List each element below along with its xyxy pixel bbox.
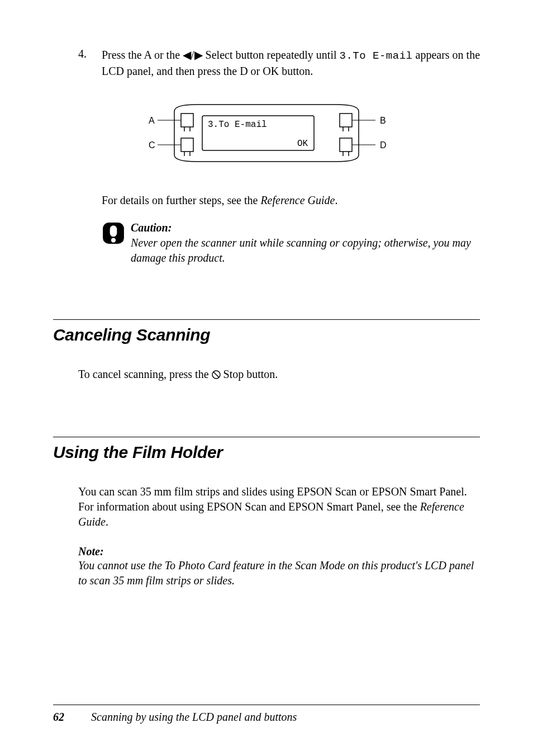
label-b: B xyxy=(380,116,386,125)
heading-using-film-holder: Using the Film Holder xyxy=(53,443,480,462)
heading-canceling-scanning: Canceling Scanning xyxy=(53,325,480,344)
page-footer: 62 Scanning by using the LCD panel and b… xyxy=(53,705,480,724)
reference-guide-link: Reference Guide xyxy=(260,194,335,206)
lcd-text-inline: 3.To E-mail xyxy=(340,50,413,62)
lcd-panel-diagram: 3.To E-mail OK A C B D xyxy=(141,100,392,173)
caution-text: Caution: Never open the scanner unit whi… xyxy=(131,220,480,266)
caution-icon xyxy=(102,221,125,245)
step-text-part1: Press the A or the xyxy=(102,49,183,61)
note-body: You cannot use the To Photo Card feature… xyxy=(78,558,480,588)
label-a: A xyxy=(149,116,155,125)
svg-point-7 xyxy=(111,238,116,242)
section-rule xyxy=(53,319,480,320)
detail-line: For details on further steps, see the Re… xyxy=(102,194,480,207)
section-rule-2 xyxy=(53,437,480,437)
caution-body: Never open the scanner unit while scanni… xyxy=(131,237,471,264)
svg-line-9 xyxy=(213,372,219,377)
lcd-line1: 3.To E-mail xyxy=(208,120,267,130)
stop-icon xyxy=(212,368,221,383)
step-text: Press the A or the ◀/▶ Select button rep… xyxy=(102,48,480,79)
label-d: D xyxy=(380,140,387,150)
svg-rect-6 xyxy=(110,225,117,237)
cancel-scanning-para: To cancel scanning, press the Stop butto… xyxy=(78,367,480,383)
page-number: 62 xyxy=(53,711,64,724)
step-number: 4. xyxy=(78,48,102,79)
caution-block: Caution: Never open the scanner unit whi… xyxy=(102,220,480,266)
label-c: C xyxy=(149,140,155,150)
step-4: 4. Press the A or the ◀/▶ Select button … xyxy=(78,48,480,79)
note-label: Note: xyxy=(78,545,480,558)
triangle-icons: ◀/▶ xyxy=(183,49,203,61)
lcd-line2: OK xyxy=(297,139,308,149)
footer-title: Scanning by using the LCD panel and butt… xyxy=(91,711,297,724)
caution-label: Caution: xyxy=(131,221,172,234)
film-holder-para: You can scan 35 mm film strips and slide… xyxy=(78,484,480,530)
step-text-part2: Select button repeatedly until xyxy=(203,49,340,61)
